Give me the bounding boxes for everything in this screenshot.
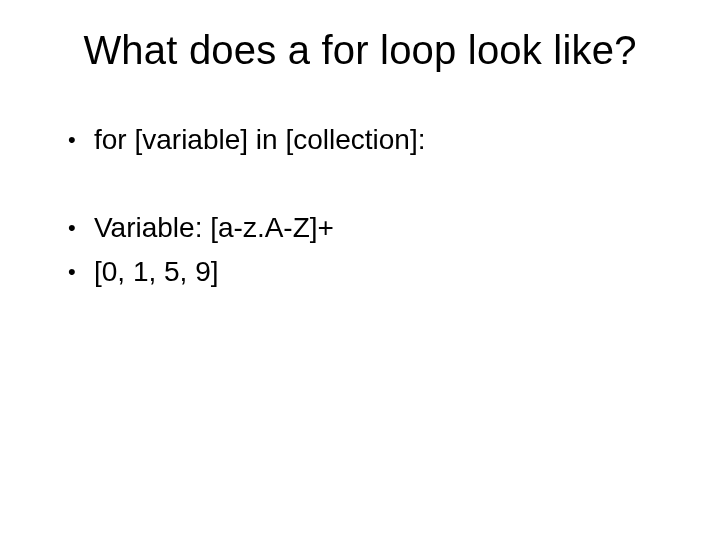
bullet-text: [0, 1, 5, 9]: [94, 253, 668, 291]
bullet-item: • for [variable] in [collection]:: [68, 121, 668, 159]
bullet-spacer: [68, 165, 668, 203]
bullet-item: • [0, 1, 5, 9]: [68, 253, 668, 291]
slide-container: What does a for loop look like? • for [v…: [0, 0, 720, 540]
bullet-text: for [variable] in [collection]:: [94, 121, 668, 159]
bullet-text: Variable: [a-z.A-Z]+: [94, 209, 668, 247]
slide-content: • for [variable] in [collection]: • Vari…: [52, 121, 668, 291]
bullet-icon: •: [68, 121, 94, 159]
bullet-item: • Variable: [a-z.A-Z]+: [68, 209, 668, 247]
slide-title: What does a for loop look like?: [52, 28, 668, 73]
bullet-icon: •: [68, 253, 94, 291]
bullet-icon: •: [68, 209, 94, 247]
